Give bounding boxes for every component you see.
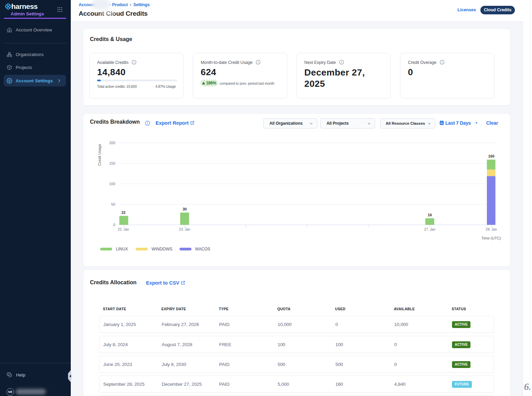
svg-text:?: ? bbox=[8, 372, 10, 375]
